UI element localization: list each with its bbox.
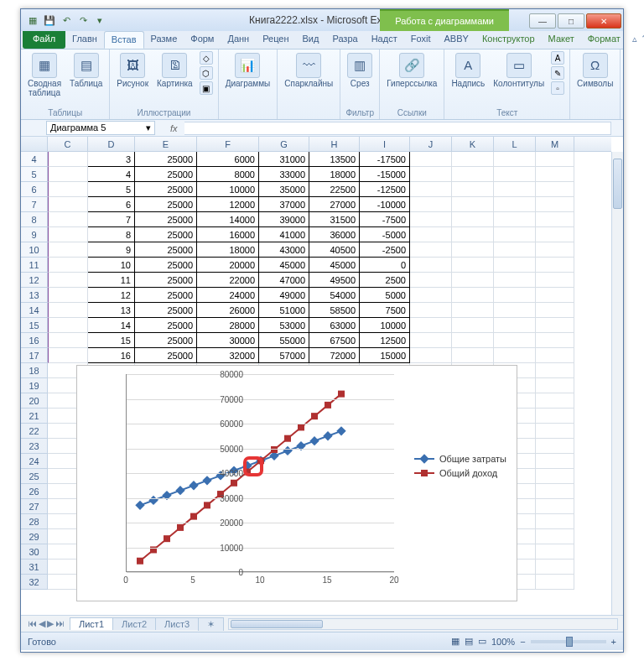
wordart-icon[interactable]: A (551, 51, 564, 65)
symbols-button[interactable]: ΩСимволы (575, 51, 615, 91)
cell[interactable] (494, 182, 536, 197)
cell[interactable]: 54000 (309, 288, 360, 303)
cell[interactable]: -10000 (360, 197, 410, 212)
cell[interactable] (536, 575, 574, 590)
cell[interactable]: 8000 (197, 167, 259, 182)
ribbon-tab-chart[interactable]: Конструктор (475, 31, 542, 49)
slicer-button[interactable]: ▥Срез (345, 51, 374, 91)
cell[interactable] (494, 167, 536, 182)
cell[interactable]: 57000 (259, 348, 309, 363)
cell[interactable]: 5 (88, 182, 135, 197)
cell[interactable] (536, 167, 574, 182)
minimize-button[interactable]: — (529, 13, 556, 29)
cell[interactable] (536, 303, 574, 318)
ribbon-tab[interactable]: Рецен (256, 31, 295, 49)
cell[interactable] (410, 212, 452, 227)
row-header[interactable]: 28 (21, 514, 48, 529)
cell[interactable] (48, 348, 88, 363)
cell[interactable]: 15 (88, 333, 135, 348)
cell[interactable]: 25000 (135, 258, 197, 273)
cell[interactable]: 25000 (135, 182, 197, 197)
cell[interactable]: 18000 (309, 167, 360, 182)
signature-icon[interactable]: ✎ (551, 66, 564, 80)
row-header[interactable]: 19 (21, 378, 48, 393)
cell[interactable]: 58500 (309, 303, 360, 318)
cell[interactable] (452, 197, 494, 212)
file-tab[interactable]: Файл (23, 31, 65, 49)
cell[interactable]: 33000 (259, 167, 309, 182)
cell[interactable] (48, 333, 88, 348)
row-header[interactable]: 4 (21, 152, 48, 167)
cell[interactable]: 3 (88, 152, 135, 167)
cell[interactable]: 10000 (197, 182, 259, 197)
cell[interactable] (494, 258, 536, 273)
cell[interactable]: 25000 (135, 318, 197, 333)
cell[interactable]: 53000 (259, 318, 309, 333)
row-header[interactable]: 8 (21, 212, 48, 227)
cell[interactable]: 25000 (135, 197, 197, 212)
close-button[interactable]: ✕ (586, 13, 621, 29)
column-header[interactable]: C (48, 137, 88, 151)
cell[interactable]: 9 (88, 242, 135, 258)
ribbon-tab[interactable]: Вид (296, 31, 326, 49)
column-header[interactable]: H (309, 137, 360, 151)
cell[interactable] (494, 333, 536, 348)
cell[interactable] (48, 227, 88, 242)
cell[interactable] (536, 258, 574, 273)
cell[interactable] (410, 273, 452, 288)
column-header[interactable]: E (135, 137, 197, 151)
cell[interactable]: 13 (88, 303, 135, 318)
cell[interactable]: 18000 (197, 242, 259, 258)
ribbon-tab-chart[interactable]: Формат (581, 31, 627, 49)
row-header[interactable]: 23 (21, 439, 48, 454)
ribbon-tab[interactable]: Надст (365, 31, 404, 49)
cell[interactable] (536, 393, 574, 409)
cell[interactable]: -7500 (360, 212, 410, 227)
cell[interactable] (48, 303, 88, 318)
cell[interactable] (410, 288, 452, 303)
legend-item-1[interactable]: Общие затраты (414, 454, 506, 464)
cell[interactable] (452, 212, 494, 227)
redo-icon[interactable]: ↷ (76, 13, 90, 27)
cell[interactable] (536, 333, 574, 348)
cell[interactable]: 39000 (259, 212, 309, 227)
cell[interactable]: 25000 (135, 167, 197, 182)
column-header[interactable]: L (494, 137, 536, 151)
ribbon-tab-chart[interactable]: Макет (542, 31, 581, 49)
cell[interactable]: 35000 (259, 182, 309, 197)
qat-more-icon[interactable]: ▾ (93, 13, 106, 27)
cell[interactable] (452, 273, 494, 288)
cell[interactable]: 25000 (135, 273, 197, 288)
cell[interactable] (48, 182, 88, 197)
smartart-icon[interactable]: ⬡ (200, 66, 213, 80)
view-layout-icon[interactable]: ▤ (465, 636, 473, 647)
column-header[interactable]: D (88, 137, 135, 151)
cell[interactable]: 51000 (259, 303, 309, 318)
cell[interactable]: 63000 (309, 318, 360, 333)
row-header[interactable]: 17 (21, 348, 48, 363)
cell[interactable]: 12000 (197, 197, 259, 212)
cell[interactable]: 24000 (197, 288, 259, 303)
cell[interactable]: 25000 (135, 348, 197, 363)
row-header[interactable]: 31 (21, 560, 48, 575)
column-header[interactable]: K (452, 137, 494, 151)
row-header[interactable]: 29 (21, 529, 48, 544)
fx-icon[interactable]: fx (170, 123, 178, 133)
cell[interactable] (494, 242, 536, 258)
cell[interactable]: -5000 (360, 227, 410, 242)
ribbon-tab[interactable]: Данн (221, 31, 256, 49)
save-icon[interactable]: 💾 (43, 13, 56, 27)
cell[interactable]: 49000 (259, 288, 309, 303)
zoom-in-button[interactable]: + (611, 637, 616, 647)
row-header[interactable]: 24 (21, 454, 48, 469)
cell[interactable] (536, 182, 574, 197)
cell[interactable] (536, 454, 574, 469)
cell[interactable] (452, 318, 494, 333)
cell[interactable] (536, 439, 574, 454)
cell[interactable] (452, 258, 494, 273)
cell[interactable]: 5000 (360, 288, 410, 303)
cell[interactable]: 25000 (135, 152, 197, 167)
chart-legend[interactable]: Общие затраты Общий доход (414, 450, 506, 482)
cell[interactable]: 16000 (197, 227, 259, 242)
cell[interactable] (494, 273, 536, 288)
